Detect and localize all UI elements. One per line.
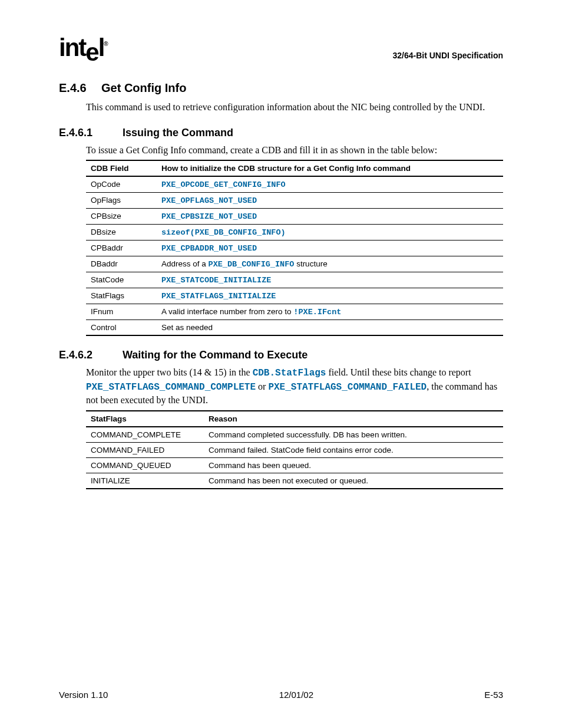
- heading-num: E.4.6.2: [59, 349, 123, 361]
- footer-date: 12/01/02: [279, 690, 313, 700]
- cell-value: A valid interface number from zero to !P…: [157, 304, 503, 320]
- table-row: COMMAND_FAILEDCommand failed. StatCode f…: [86, 442, 503, 457]
- cell-value: PXE_CPBSIZE_NOT_USED: [157, 209, 503, 225]
- cell-value: PXE_OPCODE_GET_CONFIG_INFO: [157, 176, 503, 193]
- cell-field: StatCode: [86, 272, 157, 288]
- table-row: CPBsizePXE_CPBSIZE_NOT_USED: [86, 209, 503, 225]
- table-row: COMMAND_QUEUEDCommand has been queued.: [86, 457, 503, 473]
- table-header-row: CDB Field How to initialize the CDB stru…: [86, 160, 503, 176]
- cell-value: PXE_STATFLAGS_INITIALIZE: [157, 288, 503, 304]
- th-reason: Reason: [204, 411, 503, 427]
- paragraph: Monitor the upper two bits (14 & 15) in …: [86, 366, 503, 407]
- table-header-row: StatFlags Reason: [86, 411, 503, 427]
- cell-field: DBaddr: [86, 256, 157, 272]
- table-row: DBaddrAddress of a PXE_DB_CONFIG_INFO st…: [86, 256, 503, 272]
- cell-field: IFnum: [86, 304, 157, 320]
- paragraph: To issue a Get Config Info command, crea…: [86, 144, 503, 157]
- cell-value: PXE_CPBADDR_NOT_USED: [157, 241, 503, 256]
- heading-text: Issuing the Command: [123, 127, 233, 139]
- cell-field: OpCode: [86, 176, 157, 193]
- cell-field: Control: [86, 320, 157, 336]
- cell-field: CPBsize: [86, 209, 157, 225]
- cell-value: Set as needed: [157, 320, 503, 336]
- intel-logo: intel®: [59, 35, 107, 60]
- th-statflags: StatFlags: [86, 411, 204, 427]
- cell-flag: COMMAND_COMPLETE: [86, 427, 204, 443]
- table-row: OpCodePXE_OPCODE_GET_CONFIG_INFO: [86, 176, 503, 193]
- cell-reason: Command has been queued.: [204, 457, 503, 473]
- heading-num: E.4.6: [59, 81, 101, 95]
- th-howto: How to initialize the CDB structure for …: [157, 160, 503, 176]
- heading-e46: E.4.6Get Config Info: [59, 81, 503, 95]
- table-row: StatFlagsPXE_STATFLAGS_INITIALIZE: [86, 288, 503, 304]
- heading-text: Get Config Info: [101, 81, 186, 94]
- cell-reason: Command completed successfully. DB has b…: [204, 427, 503, 443]
- cell-value: PXE_OPFLAGS_NOT_USED: [157, 193, 503, 209]
- table-row: INITIALIZECommand has been not executed …: [86, 473, 503, 489]
- page-header: intel® 32/64-Bit UNDI Specification: [59, 35, 503, 60]
- cell-flag: INITIALIZE: [86, 473, 204, 489]
- cell-value: sizeof(PXE_DB_CONFIG_INFO): [157, 225, 503, 241]
- cell-value: PXE_STATCODE_INITIALIZE: [157, 272, 503, 288]
- heading-num: E.4.6.1: [59, 127, 123, 139]
- cell-value: Address of a PXE_DB_CONFIG_INFO structur…: [157, 256, 503, 272]
- cell-reason: Command failed. StatCode field contains …: [204, 442, 503, 457]
- table-row: StatCodePXE_STATCODE_INITIALIZE: [86, 272, 503, 288]
- cell-flag: COMMAND_QUEUED: [86, 457, 204, 473]
- table-row: OpFlagsPXE_OPFLAGS_NOT_USED: [86, 193, 503, 209]
- cell-field: CPBaddr: [86, 241, 157, 256]
- table-row: IFnumA valid interface number from zero …: [86, 304, 503, 320]
- spec-title: 32/64-Bit UNDI Specification: [393, 51, 504, 60]
- footer-page: E-53: [484, 690, 503, 700]
- table-row: ControlSet as needed: [86, 320, 503, 336]
- cell-field: StatFlags: [86, 288, 157, 304]
- th-cdb-field: CDB Field: [86, 160, 157, 176]
- cdb-table: CDB Field How to initialize the CDB stru…: [86, 160, 503, 336]
- cell-field: OpFlags: [86, 193, 157, 209]
- page-footer: Version 1.10 12/01/02 E-53: [59, 690, 503, 700]
- table-row: DBsizesizeof(PXE_DB_CONFIG_INFO): [86, 225, 503, 241]
- heading-text: Waiting for the Command to Execute: [123, 349, 308, 361]
- table-row: COMMAND_COMPLETECommand completed succes…: [86, 427, 503, 443]
- heading-e461: E.4.6.1Issuing the Command: [59, 127, 503, 139]
- cell-reason: Command has been not executed or queued.: [204, 473, 503, 489]
- cell-field: DBsize: [86, 225, 157, 241]
- paragraph: This command is used to retrieve configu…: [86, 101, 503, 114]
- cell-flag: COMMAND_FAILED: [86, 442, 204, 457]
- heading-e462: E.4.6.2Waiting for the Command to Execut…: [59, 349, 503, 361]
- table-row: CPBaddrPXE_CPBADDR_NOT_USED: [86, 241, 503, 256]
- statflags-table: StatFlags Reason COMMAND_COMPLETECommand…: [86, 410, 503, 489]
- footer-version: Version 1.10: [59, 690, 108, 700]
